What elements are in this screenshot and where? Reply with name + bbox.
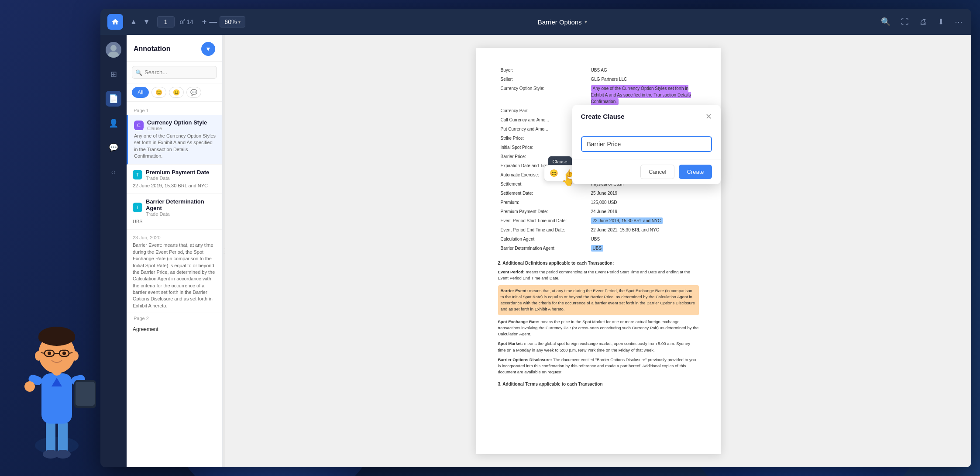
nav-buttons: ▲ ▼ <box>128 16 152 28</box>
premium-value: 125,000 USD <box>588 198 699 207</box>
sidebar-circle-button[interactable]: ○ <box>106 164 121 180</box>
item-type: Trade Data <box>146 211 216 217</box>
page2-agreement[interactable]: Agreement <box>127 323 222 336</box>
filter-tab-emoji1[interactable]: 😊 <box>151 87 166 98</box>
svg-point-22 <box>62 352 66 355</box>
page1-label: Page 1 <box>127 105 222 115</box>
annotation-header: Annotation ▼ <box>127 35 222 62</box>
event-date: 23 Jun, 2020 <box>133 235 216 240</box>
annotation-item-event[interactable]: 23 Jun, 2020 Barrier Event: means that, … <box>127 230 222 313</box>
toolbar-actions: 🔍 ⛶ 🖨 ⬇ ⋯ <box>879 15 964 28</box>
spot-exchange-def: Spot Exchange Rate: means the price in t… <box>498 319 699 338</box>
print-button[interactable]: 🖨 <box>918 16 929 28</box>
filter-tab-emoji3[interactable]: 💬 <box>186 87 201 98</box>
app-window: ▲ ▼ of 14 + — 60% ▾ Barrier Options ▾ 🔍 … <box>100 9 971 467</box>
seller-label: Seller: <box>498 75 588 84</box>
event-period-start-value: 22 June 2019, 15:30 BRL and NYC <box>588 216 699 225</box>
svg-point-4 <box>55 450 71 459</box>
zoom-plus-button[interactable]: + <box>202 17 207 27</box>
sidebar-user-button[interactable]: 👤 <box>106 115 121 131</box>
buyer-value: UBS AG <box>588 66 699 75</box>
cancel-button[interactable]: Cancel <box>640 165 674 179</box>
svg-rect-15 <box>38 334 75 342</box>
search-icon: 🔍 <box>135 69 142 76</box>
currency-option-highlight: Any one of the Currency Option Styles se… <box>591 85 691 105</box>
trade-icon-2: T <box>133 203 142 212</box>
zoom-minus-button[interactable]: — <box>209 17 217 27</box>
create-button[interactable]: Create <box>679 165 712 179</box>
clause-name-input[interactable] <box>581 136 712 152</box>
barrier-options-disc-title: Barrier Options Disclosure: <box>498 357 552 362</box>
item-type: Trade Data <box>146 176 209 181</box>
zoom-controls: + — 60% ▾ <box>202 16 246 28</box>
calc-agent-label: Calculation Agent <box>498 235 588 244</box>
barrier-options-disc-def: Barrier Options Disclosure: The document… <box>498 357 699 376</box>
svg-point-26 <box>110 45 117 51</box>
svg-rect-2 <box>58 419 68 454</box>
dialog-close-button[interactable]: ✕ <box>705 113 712 121</box>
spot-market-def: Spot Market: means the global spot forei… <box>498 341 699 353</box>
spot-exchange-def-title: Spot Exchange Rate: <box>498 319 540 324</box>
sidebar-grid-button[interactable]: ⊞ <box>106 66 121 82</box>
nav-down-button[interactable]: ▼ <box>141 16 152 28</box>
clause-icon: C <box>134 121 144 130</box>
document-viewer[interactable]: Buyer: UBS AG Seller: GLG Partners LLC C… <box>225 35 971 467</box>
event-period-end-value: 22 June 2021, 15:30 BRL and NYC <box>588 225 699 235</box>
dialog-footer: Cancel Create <box>572 159 721 184</box>
dialog-body <box>572 129 721 159</box>
annotation-title: Annotation <box>134 45 170 53</box>
item-name: Currency Option Style <box>147 119 207 126</box>
section3-title: 3. Additional Terms applicable to each T… <box>498 381 699 387</box>
search-button[interactable]: 🔍 <box>879 15 892 28</box>
barrier-det-agent-label: Barrier Determination Agent: <box>498 244 588 253</box>
fullscreen-button[interactable]: ⛶ <box>899 16 911 28</box>
trade-icon: T <box>133 170 142 179</box>
premium-label: Premium: <box>498 198 588 207</box>
item-type: Clause <box>147 126 207 131</box>
download-button[interactable]: ⬇ <box>936 15 946 28</box>
annotation-search-input[interactable] <box>132 66 217 79</box>
spot-market-def-title: Spot Market: <box>498 341 523 346</box>
annotation-item-currency-option[interactable]: C Currency Option Style Clause Any one o… <box>127 115 222 165</box>
sidebar-document-button[interactable]: 📄 <box>106 91 121 107</box>
more-options-button[interactable]: ⋯ <box>953 15 964 28</box>
svg-rect-11 <box>76 382 95 406</box>
barrier-det-agent-highlight: UBS <box>591 245 604 252</box>
annotation-filter-button[interactable]: ▼ <box>201 42 215 56</box>
settlement-date-label: Settlement Date: <box>498 189 588 198</box>
item-name: Barrier Determination Agent <box>146 198 216 211</box>
seller-value: GLG Partners LLC <box>588 75 699 84</box>
section2-title: 2. Additional Definitions applicable to … <box>498 260 699 266</box>
user-avatar[interactable] <box>106 42 121 58</box>
home-button[interactable] <box>107 14 123 30</box>
zoom-level-display[interactable]: 60% ▾ <box>220 16 245 28</box>
page-number-input[interactable] <box>157 16 175 28</box>
filter-tab-all[interactable]: All <box>132 87 149 98</box>
calc-agent-value: UBS <box>588 235 699 244</box>
buyer-label: Buyer: <box>498 66 588 75</box>
premium-payment-label: Premium Payment Date: <box>498 207 588 216</box>
item-text: Any one of the Currency Option Styles se… <box>134 133 216 160</box>
sidebar-annotation-button[interactable]: 💬 <box>106 140 121 155</box>
nav-up-button[interactable]: ▲ <box>128 16 139 28</box>
event-period-end-label: Event Period End Time and Date: <box>498 225 588 235</box>
annotation-item-barrier-agent[interactable]: T Barrier Determination Agent Trade Data… <box>127 194 222 230</box>
page2-label: Page 2 <box>127 313 222 323</box>
filter-tabs: All 😊 😐 💬 <box>127 83 222 102</box>
main-content: ⊞ 📄 👤 💬 ○ Annotation ▼ 🔍 All 😊 😐 <box>100 35 971 467</box>
event-period-start-highlight: 22 June 2019, 15:30 BRL and NYC <box>591 217 663 224</box>
item-text: UBS <box>133 218 216 225</box>
barrier-det-agent-value: UBS <box>588 244 699 253</box>
annotation-item-premium-payment[interactable]: T Premium Payment Date Trade Data 22 Jun… <box>127 165 222 194</box>
svg-point-21 <box>48 352 51 355</box>
character-illustration <box>13 293 100 476</box>
item-name: Premium Payment Date <box>146 169 209 176</box>
svg-rect-1 <box>46 419 55 454</box>
barrier-event-def: Barrier Event: means that, at any time d… <box>498 285 699 315</box>
action-emoji-button[interactable]: 😊 <box>549 168 559 178</box>
event-text: Barrier Event: means that, at any time d… <box>133 242 216 309</box>
svg-point-8 <box>24 381 35 392</box>
filter-tab-emoji2[interactable]: 😐 <box>169 87 184 98</box>
premium-payment-value: 24 June 2019 <box>588 207 699 216</box>
toolbar: ▲ ▼ of 14 + — 60% ▾ Barrier Options ▾ 🔍 … <box>100 9 971 35</box>
